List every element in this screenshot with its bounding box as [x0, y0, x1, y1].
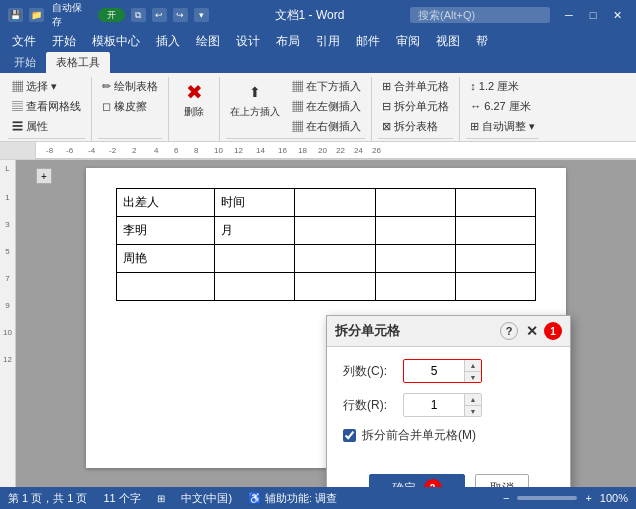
- zoom-level: 100%: [600, 492, 628, 504]
- dialog-titlebar: 拆分单元格 ? ✕ 1: [327, 316, 570, 347]
- menu-item-review[interactable]: 审阅: [388, 31, 428, 52]
- col-count-label: 列数(C):: [343, 363, 403, 380]
- dialog-help-button[interactable]: ?: [500, 322, 518, 340]
- properties-button[interactable]: ☰ 属性: [8, 117, 85, 136]
- col-count-up[interactable]: ▲: [465, 360, 481, 371]
- search-input[interactable]: [410, 7, 550, 23]
- menu-item-references[interactable]: 引用: [308, 31, 348, 52]
- col-count-input-wrap: ▲ ▼: [403, 359, 482, 383]
- char-count: 11 个字: [103, 491, 140, 506]
- redo-icon[interactable]: ↪: [173, 8, 188, 22]
- customize-icon[interactable]: ▾: [194, 8, 209, 22]
- statusbar: 第 1 页，共 1 页 11 个字 ⊞ 中文(中国) ♿ 辅助功能: 调查 − …: [0, 487, 636, 509]
- accessibility-label: 辅助功能: 调查: [265, 491, 337, 506]
- menu-item-view[interactable]: 视图: [428, 31, 468, 52]
- col-count-down[interactable]: ▼: [465, 371, 481, 382]
- ok-button[interactable]: 确定 2: [369, 474, 465, 487]
- titlebar: 💾 📁 自动保存 开 ⧉ ↩ ↪ ▾ 文档1 - Word ─ □ ✕: [0, 0, 636, 30]
- menu-item-layout[interactable]: 布局: [268, 31, 308, 52]
- ruler-area: -8 -6 -4 -2 2 4 6 8 10 12 14 16 18 20 22…: [0, 142, 636, 160]
- merge-before-split-label: 拆分前合并单元格(M): [362, 427, 476, 444]
- ruler-mark: -8: [46, 146, 53, 155]
- menu-item-home[interactable]: 开始: [44, 31, 84, 52]
- zoom-in-button[interactable]: +: [585, 492, 591, 504]
- ruler-mark: -6: [66, 146, 73, 155]
- row-count-up[interactable]: ▲: [465, 394, 481, 405]
- restore-button[interactable]: □: [582, 4, 604, 26]
- dialog-close-button[interactable]: ✕: [522, 321, 542, 341]
- menu-item-template[interactable]: 模板中心: [84, 31, 148, 52]
- ruler-mark: 24: [354, 146, 363, 155]
- select-button[interactable]: ▦ 选择 ▾: [8, 77, 85, 96]
- dialog-title: 拆分单元格: [335, 322, 500, 340]
- row-count-input-wrap: ▲ ▼: [403, 393, 482, 417]
- menu-item-help[interactable]: 帮: [468, 31, 496, 52]
- insert-above-icon: ⬆: [243, 80, 267, 104]
- ruler-v-mark: 1: [5, 193, 9, 202]
- menu-item-file[interactable]: 文件: [4, 31, 44, 52]
- tab-home[interactable]: 开始: [4, 52, 46, 73]
- tab-table-tools[interactable]: 表格工具: [46, 52, 110, 73]
- main-area: L 1 3 5 7 9 10 12 + 出差人 时间 李明 月: [0, 160, 636, 487]
- insert-below-button[interactable]: ▦ 在下方插入: [288, 77, 365, 96]
- merge-before-split-checkbox[interactable]: [343, 429, 356, 442]
- autosave-toggle[interactable]: 开: [98, 8, 125, 22]
- close-button[interactable]: ✕: [606, 4, 628, 26]
- menu-item-mail[interactable]: 邮件: [348, 31, 388, 52]
- page-area[interactable]: + 出差人 时间 李明 月 周艳: [16, 160, 636, 487]
- language: 中文(中国): [181, 491, 232, 506]
- copy-icon[interactable]: ⧉: [131, 8, 146, 22]
- cancel-button[interactable]: 取消: [475, 474, 529, 487]
- ruler-v-mark: 9: [5, 301, 9, 310]
- rows-cols-inner: ⬆ 在上方插入 ▦ 在下方插入 ▦ 在左侧插入 ▦ 在右侧插入: [226, 77, 365, 136]
- minimize-button[interactable]: ─: [558, 4, 580, 26]
- insert-above-button[interactable]: ⬆ 在上方插入: [226, 77, 284, 136]
- row-count-spinner: ▲ ▼: [464, 394, 481, 416]
- ruler-mark: 26: [372, 146, 381, 155]
- row-count-down[interactable]: ▼: [465, 405, 481, 416]
- delete-button[interactable]: ✖ 删除: [175, 77, 213, 122]
- menu-item-design[interactable]: 设计: [228, 31, 268, 52]
- ruler-mark: 20: [318, 146, 327, 155]
- ruler-v-mark: 5: [5, 247, 9, 256]
- ruler-v-mark: 7: [5, 274, 9, 283]
- undo-icon[interactable]: ↩: [152, 8, 167, 22]
- insert-right-button[interactable]: ▦ 在右侧插入: [288, 117, 365, 136]
- split-cells-button[interactable]: ⊟ 拆分单元格: [378, 97, 453, 116]
- format-indicator: ⊞: [157, 493, 165, 504]
- save-icon[interactable]: 💾: [8, 8, 23, 22]
- ruler-corner: [0, 142, 36, 159]
- table-col: ▦ 选择 ▾ ▤ 查看网格线 ☰ 属性: [8, 77, 85, 136]
- draw-table-button[interactable]: ✏ 绘制表格: [98, 77, 162, 96]
- row-count-input[interactable]: [404, 396, 464, 414]
- step1-badge: 1: [544, 322, 562, 340]
- row-height-input[interactable]: ↕ 1.2 厘米: [466, 77, 539, 96]
- dialog-footer: 确定 2 取消: [327, 470, 570, 487]
- split-table-button[interactable]: ⊠ 拆分表格: [378, 117, 453, 136]
- col-count-input[interactable]: [404, 362, 464, 380]
- insert-left-button[interactable]: ▦ 在左侧插入: [288, 97, 365, 116]
- titlebar-app-icons: 💾 📁 自动保存 开 ⧉ ↩ ↪ ▾: [8, 8, 209, 22]
- zoom-out-button[interactable]: −: [503, 492, 509, 504]
- accessibility: ♿ 辅助功能: 调查: [248, 491, 337, 506]
- ribbon-tabs: 开始 表格工具: [0, 52, 636, 73]
- auto-fit-button[interactable]: ⊞ 自动调整 ▾: [466, 117, 539, 136]
- delete-label: 删除: [184, 105, 204, 119]
- col-width-input[interactable]: ↔ 6.27 厘米: [466, 97, 539, 116]
- menu-item-draw[interactable]: 绘图: [188, 31, 228, 52]
- step2-badge: 2: [424, 479, 442, 487]
- col-count-row: 列数(C): ▲ ▼: [343, 359, 554, 383]
- zoom-bar: [517, 496, 577, 500]
- eraser-button[interactable]: ◻ 橡皮擦: [98, 97, 162, 116]
- window-title: 文档1 - Word: [209, 7, 410, 24]
- window-controls: ─ □ ✕: [558, 4, 628, 26]
- menu-item-insert[interactable]: 插入: [148, 31, 188, 52]
- merge-cells-button[interactable]: ⊞ 合并单元格: [378, 77, 453, 96]
- insert-above-label: 在上方插入: [230, 105, 280, 119]
- view-grid-button[interactable]: ▤ 查看网格线: [8, 97, 85, 116]
- ruler-mark: 18: [298, 146, 307, 155]
- ribbon-group-table-content: ▦ 选择 ▾ ▤ 查看网格线 ☰ 属性: [8, 77, 85, 136]
- draw-col: ✏ 绘制表格 ◻ 橡皮擦: [98, 77, 162, 116]
- folder-icon[interactable]: 📁: [29, 8, 44, 22]
- ruler-mark: 14: [256, 146, 265, 155]
